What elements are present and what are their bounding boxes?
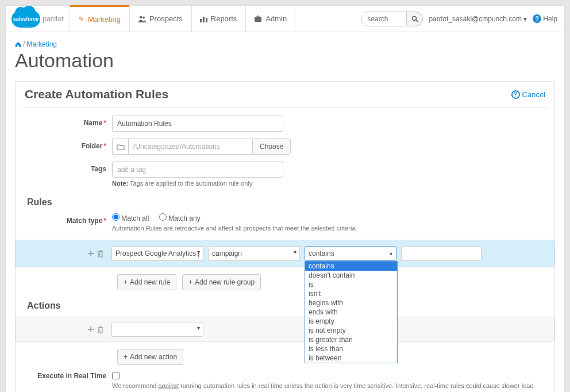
logo: salesforce pardot xyxy=(6,6,70,32)
search-input[interactable] xyxy=(361,11,407,26)
match-label: Match type* xyxy=(25,213,112,225)
chevron-down-icon: ▾ xyxy=(523,15,527,23)
add-rule-button[interactable]: + Add new rule xyxy=(117,274,176,290)
add-action-button[interactable]: + Add new action xyxy=(117,349,183,365)
operator-dropdown-list: contains doesn't contain is isn't begins… xyxy=(305,261,398,363)
chevron-down-icon: ▾ xyxy=(390,251,392,257)
question-icon: ? xyxy=(533,14,541,23)
user-email: pardot_sasaki@cmpunch.com xyxy=(429,15,522,23)
tab-label: Prospects xyxy=(149,14,183,23)
question-icon: ? xyxy=(511,90,520,99)
salesforce-cloud-icon: salesforce xyxy=(11,10,40,28)
users-icon xyxy=(138,16,146,22)
rule-operator-select[interactable]: contains ▾ contains doesn't contain is i… xyxy=(305,246,396,261)
panel-title: Create Automation Rules xyxy=(25,87,168,101)
operator-option[interactable]: is between xyxy=(305,353,397,363)
operator-option[interactable]: is empty xyxy=(305,317,397,326)
action-row xyxy=(16,317,554,342)
tab-marketing[interactable]: ✎ Marketing xyxy=(70,5,129,32)
operator-option[interactable]: ends with xyxy=(305,308,397,317)
match-all-radio[interactable] xyxy=(112,213,120,221)
crumb-section[interactable]: Marketing xyxy=(26,40,57,48)
add-rule-group-button[interactable]: + Add new rule group xyxy=(182,274,261,290)
execute-row: Execute in Real Time We recommend agains… xyxy=(25,372,545,392)
operator-option[interactable]: is less than xyxy=(305,344,397,353)
content: / Marketing Automation Create Automation… xyxy=(6,32,564,392)
execute-note: We recommend against running automation … xyxy=(112,381,545,392)
folder-path xyxy=(128,139,252,155)
match-row: Match type* Match all Match any Automati… xyxy=(25,213,545,232)
breadcrumb: / Marketing xyxy=(15,40,555,48)
plus-icon: + xyxy=(124,353,128,361)
svg-point-7 xyxy=(412,16,416,20)
btn-label: Add new action xyxy=(130,353,177,361)
main-panel: Create Automation Rules ? Cancel Name* xyxy=(15,81,555,392)
operator-option[interactable]: is greater than xyxy=(305,335,397,344)
svg-rect-9 xyxy=(98,252,102,257)
svg-point-0 xyxy=(140,16,142,18)
home-icon[interactable] xyxy=(15,41,21,48)
match-any-option[interactable]: Match any xyxy=(159,214,201,222)
operator-option[interactable]: begins with xyxy=(305,298,397,308)
pencil-icon: ✎ xyxy=(78,15,84,24)
btn-label: Add new rule group xyxy=(195,278,255,286)
rule-param-select[interactable]: campaign xyxy=(208,246,300,261)
rule-row-controls xyxy=(16,250,103,258)
svg-point-1 xyxy=(142,16,145,18)
brand-sub: pardot xyxy=(43,14,64,23)
operator-option[interactable]: is not empty xyxy=(305,326,397,335)
top-right: pardot_sasaki@cmpunch.com ▾ ? Help xyxy=(361,6,564,32)
svg-rect-12 xyxy=(98,328,102,333)
operator-option[interactable]: isn't xyxy=(305,289,397,298)
user-menu[interactable]: pardot_sasaki@cmpunch.com ▾ xyxy=(429,15,527,23)
tab-label: Reports xyxy=(211,14,237,23)
rule-row: Prospect Google Analytics pa campaign co… xyxy=(16,240,554,267)
help-link[interactable]: ? Help xyxy=(533,14,557,23)
operator-option[interactable]: is xyxy=(305,280,397,289)
rule-value-input[interactable] xyxy=(401,246,482,261)
top-nav: salesforce pardot ✎ Marketing Prospects … xyxy=(6,6,564,32)
trash-icon[interactable] xyxy=(97,250,103,258)
search-button[interactable] xyxy=(407,11,423,26)
plus-icon[interactable] xyxy=(87,250,94,257)
crumb-sep: / xyxy=(23,40,25,48)
plus-icon[interactable] xyxy=(87,326,94,333)
tags-label: Tags xyxy=(25,162,112,173)
plus-icon: + xyxy=(124,278,128,286)
choose-button[interactable]: Choose xyxy=(252,139,291,155)
briefcase-icon xyxy=(254,16,262,22)
action-row-controls xyxy=(16,326,103,333)
cancel-link[interactable]: ? Cancel xyxy=(511,90,545,99)
svg-rect-2 xyxy=(200,19,202,22)
folder-group: Choose xyxy=(112,139,291,155)
operator-selected-display: contains ▾ xyxy=(305,247,396,260)
folder-label: Folder* xyxy=(25,139,112,150)
match-any-radio[interactable] xyxy=(159,213,167,221)
actions-heading: Actions xyxy=(27,301,545,311)
tab-label: Marketing xyxy=(88,15,121,24)
tags-row: Tags Note: Tags are applied to the autom… xyxy=(25,162,545,187)
name-label: Name* xyxy=(25,116,112,127)
nav-tabs: ✎ Marketing Prospects Reports Admin xyxy=(70,6,295,32)
search xyxy=(361,11,423,26)
tab-admin[interactable]: Admin xyxy=(245,6,295,32)
panel-header: Create Automation Rules ? Cancel xyxy=(21,87,549,107)
rule-field-select[interactable]: Prospect Google Analytics pa xyxy=(111,246,203,261)
name-input[interactable] xyxy=(112,116,283,132)
execute-label: Execute in Real Time xyxy=(25,372,112,380)
page-title: Automation xyxy=(15,49,555,72)
tab-prospects[interactable]: Prospects xyxy=(129,6,191,32)
match-hint: Automation Rules are retroactive and aff… xyxy=(112,225,357,232)
tags-note: Note: Tags are applied to the automation… xyxy=(112,180,283,187)
execute-checkbox[interactable] xyxy=(112,372,120,379)
trash-icon[interactable] xyxy=(97,326,103,333)
folder-icon xyxy=(112,139,128,155)
tags-input[interactable] xyxy=(112,162,283,178)
action-select[interactable] xyxy=(111,322,203,337)
match-options: Match all Match any xyxy=(112,213,357,222)
btn-label: Add new rule xyxy=(130,278,170,286)
operator-option[interactable]: doesn't contain xyxy=(305,271,397,280)
match-all-option[interactable]: Match all xyxy=(112,214,149,222)
operator-option[interactable]: contains xyxy=(305,262,397,271)
tab-reports[interactable]: Reports xyxy=(191,6,246,32)
